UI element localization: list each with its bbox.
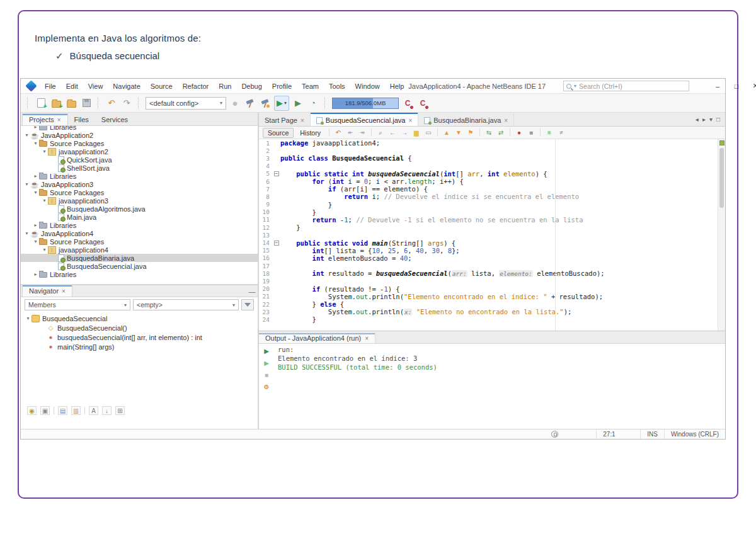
scrollbar-thumb[interactable] bbox=[719, 148, 724, 208]
tab-scroll-right-icon[interactable]: ▸ bbox=[702, 116, 706, 123]
menu-tools[interactable]: Tools bbox=[324, 81, 350, 91]
output-tab[interactable]: Output - JavaApplication4 (run) × bbox=[259, 333, 375, 343]
editor-tab-busquedasecuencial-java[interactable]: BusquedaSecuencial.java× bbox=[311, 113, 418, 126]
code-line-9[interactable]: 9 } bbox=[259, 201, 718, 208]
chevron-down-icon[interactable]: ▾ bbox=[32, 190, 39, 195]
chevron-down-icon[interactable]: ▾ bbox=[32, 239, 39, 244]
stop-icon[interactable]: ■ bbox=[261, 370, 272, 380]
finish-macro-icon[interactable]: ■ bbox=[526, 128, 536, 138]
tree-item-busquedaalgoritmos-java[interactable]: BusquedaAlgoritmos.java bbox=[21, 205, 258, 213]
editor-tab-busquedabinaria-java[interactable]: BusquedaBinaria.java× bbox=[418, 113, 514, 126]
code-line-10[interactable]: 10 } bbox=[259, 208, 718, 216]
new-file-button[interactable]: + bbox=[35, 97, 47, 110]
close-icon[interactable]: × bbox=[504, 117, 508, 124]
tree-item-busquedasecuencial-java[interactable]: BusquedaSecuencial.java bbox=[21, 262, 258, 270]
debug-project-button[interactable]: ▶ bbox=[292, 97, 304, 110]
rerun-icon[interactable]: ▶ bbox=[261, 346, 272, 356]
menu-edit[interactable]: Edit bbox=[62, 81, 83, 91]
next-diff-icon[interactable]: ⇄ bbox=[496, 128, 506, 138]
chevron-down-icon[interactable]: ▾ bbox=[284, 100, 287, 106]
code-line-24[interactable]: 24 } bbox=[259, 315, 718, 323]
menu-help[interactable]: Help bbox=[386, 81, 409, 91]
close-button[interactable]: ✕ bbox=[746, 80, 756, 93]
code-line-23[interactable]: 23 System.out.println(x: "Elemento no en… bbox=[259, 308, 718, 315]
search-scope-arrow-icon[interactable]: ▾ bbox=[574, 83, 576, 89]
rectangular-selection-icon[interactable]: ▭ bbox=[423, 128, 433, 138]
previous-diff-icon[interactable]: ⇆ bbox=[484, 128, 494, 138]
code-line-19[interactable]: 19 bbox=[259, 277, 718, 285]
tab-files[interactable]: Files bbox=[68, 114, 95, 125]
tree-item-libraries[interactable]: ▸Libraries bbox=[21, 126, 258, 131]
sort-by-source-icon[interactable]: ↓ bbox=[102, 406, 112, 415]
record-macro-icon[interactable]: ● bbox=[514, 128, 524, 138]
tree-item-javaapplication3[interactable]: ▾javaapplication3 bbox=[21, 196, 258, 205]
garbage-collect-button[interactable]: C bbox=[401, 97, 414, 110]
code-line-14[interactable]: 14− public static void main(String[] arg… bbox=[259, 239, 718, 246]
show-static-members-icon[interactable]: ▤ bbox=[58, 406, 67, 415]
menu-refactor[interactable]: Refactor bbox=[178, 81, 214, 91]
rerun-with-args-icon[interactable]: ▶ bbox=[261, 358, 272, 368]
menu-profile[interactable]: Profile bbox=[268, 81, 296, 91]
chevron-right-icon[interactable]: ▸ bbox=[32, 271, 39, 277]
chevron-right-icon[interactable]: ▸ bbox=[32, 173, 39, 179]
show-inherited-members-icon[interactable]: ◉ bbox=[27, 406, 37, 415]
back-icon[interactable]: ↞ bbox=[345, 128, 355, 138]
close-icon[interactable]: × bbox=[62, 288, 66, 295]
insert-mode[interactable]: INS bbox=[640, 429, 664, 439]
next-occurrence-icon[interactable]: ▼ bbox=[454, 128, 464, 138]
close-icon[interactable]: × bbox=[365, 335, 369, 342]
chevron-down-icon[interactable]: ▾ bbox=[41, 198, 48, 203]
code-line-4[interactable]: 4 bbox=[259, 162, 718, 170]
chevron-down-icon[interactable]: ▾ bbox=[41, 247, 48, 253]
tree-item-javaapplication4[interactable]: ▾☕JavaApplication4 bbox=[21, 229, 258, 237]
find-next-icon[interactable]: → bbox=[399, 128, 410, 138]
line-ending[interactable]: Windows (CRLF) bbox=[664, 429, 725, 439]
code-line-7[interactable]: 7 if (arr[i] == elemento) { bbox=[259, 185, 718, 193]
tree-item-quicksort-java[interactable]: QuickSort.java bbox=[21, 156, 258, 164]
tree-item-javaapplication2[interactable]: ▾javaapplication2 bbox=[21, 147, 258, 156]
tree-item-libraries[interactable]: ▸Libraries bbox=[21, 270, 258, 278]
chevron-right-icon[interactable]: ▸ bbox=[32, 222, 39, 228]
config-select[interactable]: <default config> ▾ bbox=[146, 97, 226, 110]
tab-services[interactable]: Services bbox=[95, 114, 134, 125]
code-line-15[interactable]: 15 int[] lista = {10, 25, 6, 40, 30, 8}; bbox=[259, 247, 718, 254]
tab-scroll-left-icon[interactable]: ◂ bbox=[696, 116, 699, 123]
tree-item-libraries[interactable]: ▸Libraries bbox=[21, 172, 258, 180]
toggle-bookmark-icon[interactable]: ⚑ bbox=[466, 128, 476, 138]
source-view-button[interactable]: Source bbox=[263, 128, 294, 138]
tree-item-source-packages[interactable]: ▾Source Packages bbox=[21, 237, 258, 246]
menu-team[interactable]: Team bbox=[297, 81, 323, 91]
menu-navigate[interactable]: Navigate bbox=[108, 81, 144, 91]
search-input[interactable]: ▾ Search (Ctrl+I) bbox=[563, 81, 689, 91]
last-edit-icon[interactable]: ↶ bbox=[333, 128, 343, 138]
menu-window[interactable]: Window bbox=[351, 81, 384, 91]
chevron-down-icon[interactable]: ▾ bbox=[41, 149, 48, 154]
menu-view[interactable]: View bbox=[84, 81, 108, 91]
profile-project-button[interactable]: ◔ bbox=[307, 97, 319, 110]
navigator-item-main-string-args[interactable]: ●main(String[] args) bbox=[21, 342, 258, 351]
notifications-icon[interactable] bbox=[551, 431, 558, 438]
tree-item-source-packages[interactable]: ▾Source Packages bbox=[21, 139, 258, 147]
code-line-3[interactable]: 3public class BusquedaSecuencial { bbox=[259, 154, 718, 162]
history-view-button[interactable]: History bbox=[295, 128, 325, 137]
close-icon[interactable]: × bbox=[301, 117, 304, 124]
navigator-item-busquedasecuencial[interactable]: ◇BusquedaSecuencial() bbox=[21, 323, 258, 332]
tree-item-main-java[interactable]: Main.java bbox=[21, 213, 258, 221]
close-icon[interactable]: × bbox=[408, 117, 412, 124]
chevron-down-icon[interactable]: ▾ bbox=[23, 132, 30, 138]
code-line-2[interactable]: 2 bbox=[259, 147, 718, 154]
undo-button[interactable]: ↶ bbox=[105, 97, 118, 110]
tree-item-libraries[interactable]: ▸Libraries bbox=[21, 221, 258, 229]
open-project-button[interactable] bbox=[65, 97, 77, 110]
code-line-18[interactable]: 18 int resultado = busquedaSecuencial(ar… bbox=[259, 270, 718, 277]
find-selection-icon[interactable]: ⌕ bbox=[375, 128, 386, 138]
tree-item-javaapplication2[interactable]: ▾☕JavaApplication2 bbox=[21, 131, 258, 139]
menu-file[interactable]: File bbox=[40, 81, 60, 91]
save-all-button[interactable] bbox=[80, 97, 93, 110]
members-view-select[interactable]: Members ▾ bbox=[25, 299, 130, 310]
toggle-highlight-icon[interactable]: ▆ bbox=[411, 128, 421, 138]
settings-icon[interactable]: ⚙ bbox=[261, 382, 272, 392]
code-line-21[interactable]: 21 System.out.println("Elemento encontra… bbox=[259, 293, 718, 300]
deploy-button[interactable]: ● bbox=[229, 97, 241, 110]
filters-button[interactable] bbox=[241, 299, 254, 310]
